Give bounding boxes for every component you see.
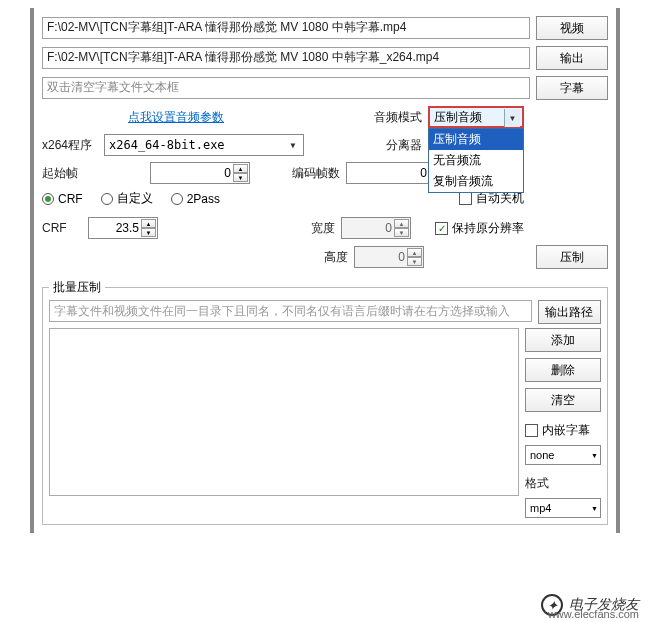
checkbox-icon: [459, 192, 472, 205]
watermark-url: www.elecfans.com: [548, 608, 639, 620]
format-select[interactable]: mp4 ▼: [525, 498, 601, 518]
checkbox-icon: ✓: [435, 222, 448, 235]
demuxer-label: 分离器: [386, 137, 422, 154]
format-label: 格式: [525, 475, 601, 492]
start-frame-label: 起始帧: [42, 165, 98, 182]
video-browse-button[interactable]: 视频: [536, 16, 608, 40]
audio-mode-option-copy[interactable]: 复制音频流: [429, 171, 523, 192]
x264-prog-select[interactable]: x264_64-8bit.exe ▼: [104, 134, 304, 156]
embed-subtitle-select[interactable]: none ▼: [525, 445, 601, 465]
batch-clear-button[interactable]: 清空: [525, 388, 601, 412]
subtitle-browse-button[interactable]: 字幕: [536, 76, 608, 100]
spinner-icon[interactable]: ▲▼: [141, 219, 156, 237]
radio-icon: [101, 193, 113, 205]
crf-value-input[interactable]: 23.5 ▲▼: [88, 217, 158, 239]
batch-add-button[interactable]: 添加: [525, 328, 601, 352]
mode-radio-2pass[interactable]: 2Pass: [171, 192, 220, 206]
mode-radio-crf[interactable]: CRF: [42, 192, 83, 206]
batch-subtitle-input[interactable]: 字幕文件和视频文件在同一目录下且同名，不同名仅有语言后缀时请在右方选择或输入: [49, 300, 532, 322]
batch-delete-button[interactable]: 删除: [525, 358, 601, 382]
audio-mode-dropdown: 压制音频 无音频流 复制音频流: [428, 128, 524, 193]
width-input[interactable]: 0 ▲▼: [341, 217, 411, 239]
checkbox-icon: [525, 424, 538, 437]
audio-mode-option-encode[interactable]: 压制音频: [429, 129, 523, 150]
radio-icon: [171, 193, 183, 205]
width-label: 宽度: [311, 220, 335, 237]
embed-subtitle-checkbox[interactable]: 内嵌字幕: [525, 422, 601, 439]
audio-params-link[interactable]: 点我设置音频参数: [128, 109, 224, 126]
subtitle-path-input[interactable]: 双击清空字幕文件文本框: [42, 77, 530, 99]
output-path-input[interactable]: F:\02-MV\[TCN字幕组]T-ARA 懂得那份感觉 MV 1080 中韩…: [42, 47, 530, 69]
video-path-input[interactable]: F:\02-MV\[TCN字幕组]T-ARA 懂得那份感觉 MV 1080 中韩…: [42, 17, 530, 39]
encode-frames-label: 编码帧数: [292, 165, 340, 182]
chevron-down-icon: ▼: [591, 452, 598, 459]
spinner-icon[interactable]: ▲▼: [407, 248, 422, 266]
chevron-down-icon: ▼: [504, 109, 520, 127]
start-frame-input[interactable]: 0 ▲▼: [150, 162, 250, 184]
spinner-icon[interactable]: ▲▼: [233, 164, 248, 182]
encode-button[interactable]: 压制: [536, 245, 608, 269]
keep-resolution-checkbox[interactable]: ✓ 保持原分辨率: [435, 220, 524, 237]
audio-mode-select[interactable]: 压制音频 ▼: [428, 106, 524, 128]
spinner-icon[interactable]: ▲▼: [394, 219, 409, 237]
x264-prog-label: x264程序: [42, 137, 98, 154]
audio-mode-label: 音频模式: [374, 109, 422, 126]
batch-file-list[interactable]: [49, 328, 519, 496]
crf-value-label: CRF: [42, 221, 82, 235]
output-path-button[interactable]: 输出路径: [538, 300, 601, 324]
chevron-down-icon: ▼: [285, 136, 301, 154]
mode-radio-custom[interactable]: 自定义: [101, 190, 153, 207]
radio-icon: [42, 193, 54, 205]
batch-fieldset: 批量压制 字幕文件和视频文件在同一目录下且同名，不同名仅有语言后缀时请在右方选择…: [42, 279, 608, 525]
chevron-down-icon: ▼: [591, 505, 598, 512]
app-window: F:\02-MV\[TCN字幕组]T-ARA 懂得那份感觉 MV 1080 中韩…: [30, 8, 620, 533]
audio-mode-option-none[interactable]: 无音频流: [429, 150, 523, 171]
height-input[interactable]: 0 ▲▼: [354, 246, 424, 268]
output-browse-button[interactable]: 输出: [536, 46, 608, 70]
height-label: 高度: [324, 249, 348, 266]
batch-legend: 批量压制: [49, 279, 105, 296]
